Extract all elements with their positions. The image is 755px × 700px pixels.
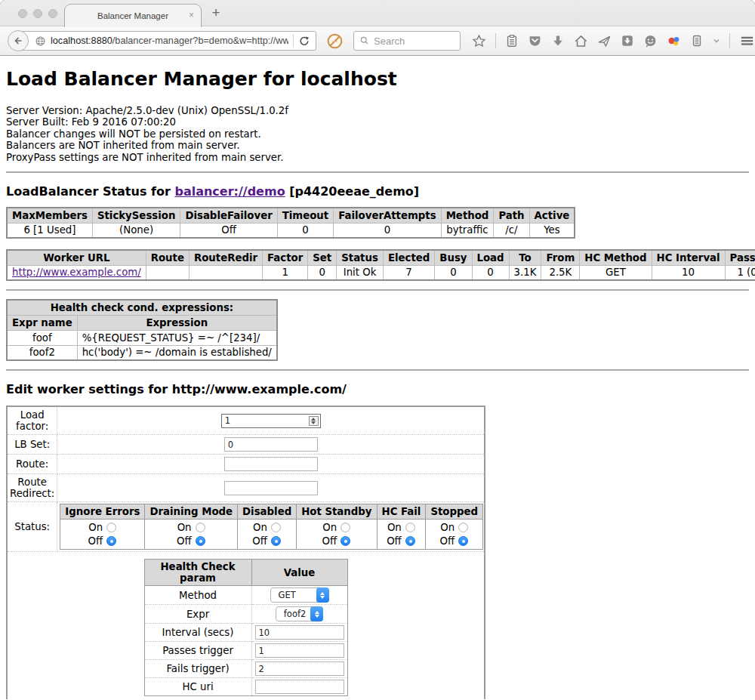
route-redirect-input[interactable] <box>224 481 318 495</box>
cell-hc-interval: 10 <box>652 265 725 280</box>
status-header-row: Ignore Errors Draining Mode Disabled Hot… <box>60 504 483 520</box>
cell-expression: hc('body') =~ /domain is established/ <box>77 345 277 360</box>
col-failoverattempts: FailoverAttempts <box>334 208 441 223</box>
tab-balancer-manager[interactable]: Balancer Manager × <box>64 4 202 27</box>
reload-button[interactable] <box>298 35 310 47</box>
cell-failoverattempts: 0 <box>334 223 441 238</box>
search-input[interactable] <box>374 35 449 47</box>
url-text[interactable]: localhost:8880/balancer-manager?b=demo&w… <box>51 35 288 46</box>
download-arrow-icon[interactable] <box>551 34 565 48</box>
col-to: To <box>509 250 541 265</box>
balancer-demo-link[interactable]: balancer://demo <box>174 184 285 199</box>
content-blocker-icon[interactable] <box>326 32 344 50</box>
send-plane-icon[interactable] <box>597 34 612 48</box>
dropdown-caret-icon[interactable] <box>713 37 720 45</box>
hot-standby-group: On Off <box>301 522 371 547</box>
col-worker-url: Worker URL <box>7 250 146 265</box>
cell-status: Init Ok <box>337 265 384 280</box>
lb-set-input[interactable] <box>224 437 318 452</box>
worker-url-link[interactable]: http://www.example.com/ <box>12 267 141 278</box>
ignore-errors-on-radio[interactable] <box>106 523 116 532</box>
interval-label: Interval (secs) <box>144 624 251 642</box>
off-label: Off <box>177 535 192 547</box>
window-zoom-button[interactable] <box>48 9 57 18</box>
on-label: On <box>322 522 337 533</box>
passes-input[interactable] <box>255 643 344 658</box>
route-input[interactable] <box>224 457 318 471</box>
color-dots-icon[interactable] <box>667 34 681 48</box>
chat-smiley-icon[interactable] <box>643 34 658 48</box>
on-label: On <box>88 522 103 533</box>
disabled-off-radio[interactable] <box>271 536 281 546</box>
load-factor-input[interactable] <box>221 414 321 428</box>
hc-uri-label: HC uri <box>144 678 251 696</box>
hc-row-passes: Passes trigger <box>144 642 347 660</box>
number-spinner-icon[interactable] <box>309 416 319 426</box>
ignore-errors-group: On Off <box>65 522 140 547</box>
toolbar-icons <box>472 33 755 48</box>
menu-hamburger-icon[interactable] <box>739 34 755 48</box>
search-bar[interactable] <box>353 31 461 51</box>
hot-standby-off-radio[interactable] <box>341 536 350 546</box>
edit-worker-heading: Edit worker settings for http://www.exam… <box>6 382 749 396</box>
hc-header-row: Health Check param Value <box>144 560 347 586</box>
cell-expr-name: foof2 <box>7 345 77 360</box>
url-bar[interactable]: localhost:8880/balancer-manager?b=demo&w… <box>17 31 316 51</box>
worker-table: Worker URL Route RouteRedir Factor Set S… <box>6 249 755 281</box>
balancer-status-heading: LoadBalancer Status for balancer://demo … <box>6 184 749 199</box>
bookmark-star-icon[interactable] <box>472 34 486 48</box>
col-stickysession: StickySession <box>92 208 180 223</box>
table-header-row: Expr name Expression <box>7 315 277 330</box>
expr-select[interactable]: foof2 <box>276 606 324 621</box>
cell-route <box>146 265 189 280</box>
tab-bar: Balancer Manager × + <box>0 0 755 26</box>
tab-close-icon[interactable]: × <box>189 10 194 20</box>
hc-fail-group: On Off <box>382 522 421 547</box>
cell-busy: 0 <box>435 265 472 280</box>
pocket-icon[interactable] <box>528 34 542 48</box>
cell-stickysession: (None) <box>92 223 180 238</box>
back-button[interactable] <box>8 30 29 51</box>
draining-mode-on-radio[interactable] <box>196 523 205 532</box>
disabled-on-radio[interactable] <box>271 523 281 532</box>
col-busy: Busy <box>435 250 472 265</box>
select-stepper-icon <box>316 587 329 603</box>
table-header-row: Worker URL Route RouteRedir Factor Set S… <box>7 250 755 265</box>
draining-mode-off-radio[interactable] <box>196 536 205 546</box>
search-icon <box>359 35 370 46</box>
server-built-line: Server Built: Feb 9 2016 07:00:20 <box>6 116 749 128</box>
hc-uri-input[interactable] <box>255 680 344 694</box>
col-method: Method <box>441 208 494 223</box>
battery-list-icon[interactable] <box>690 34 704 48</box>
browser-window: Balancer Manager × + localhost:8880/bala… <box>0 0 755 700</box>
home-icon[interactable] <box>574 34 588 48</box>
window-close-button[interactable] <box>18 9 27 18</box>
method-select[interactable]: GET <box>270 587 329 603</box>
interval-input[interactable] <box>255 625 344 640</box>
col-ignore-errors: Ignore Errors <box>60 504 145 520</box>
globe-icon <box>35 35 46 47</box>
persist-note-line: Balancer changes will NOT be persisted o… <box>6 128 749 140</box>
fails-input[interactable] <box>255 661 344 676</box>
url-path: /balancer-manager?b=demo&w=http://www.ex… <box>112 35 288 46</box>
off-label: Off <box>88 535 103 547</box>
stopped-on-radio[interactable] <box>458 523 468 532</box>
cell-set: 0 <box>308 265 337 280</box>
divider <box>6 171 749 173</box>
table-row: foof %{REQUEST_STATUS} =~ /^[234]/ <box>7 330 277 345</box>
hot-standby-on-radio[interactable] <box>341 523 350 532</box>
window-minimize-button[interactable] <box>33 9 42 18</box>
clipboard-icon[interactable] <box>505 34 519 48</box>
ignore-errors-off-radio[interactable] <box>106 536 116 546</box>
col-load: Load <box>472 250 509 265</box>
col-hc-param: Health Check param <box>144 560 251 586</box>
window-controls <box>18 9 57 18</box>
downloads-panel-icon[interactable] <box>621 34 634 48</box>
hc-fail-on-radio[interactable] <box>405 523 415 532</box>
hc-fail-off-radio[interactable] <box>405 536 415 546</box>
cell-maxmembers: 6 [1 Used] <box>7 223 92 238</box>
new-tab-button[interactable]: + <box>207 5 225 21</box>
col-hc-method: HC Method <box>580 250 652 265</box>
cell-hc-method: GET <box>580 265 652 280</box>
stopped-off-radio[interactable] <box>458 536 468 546</box>
